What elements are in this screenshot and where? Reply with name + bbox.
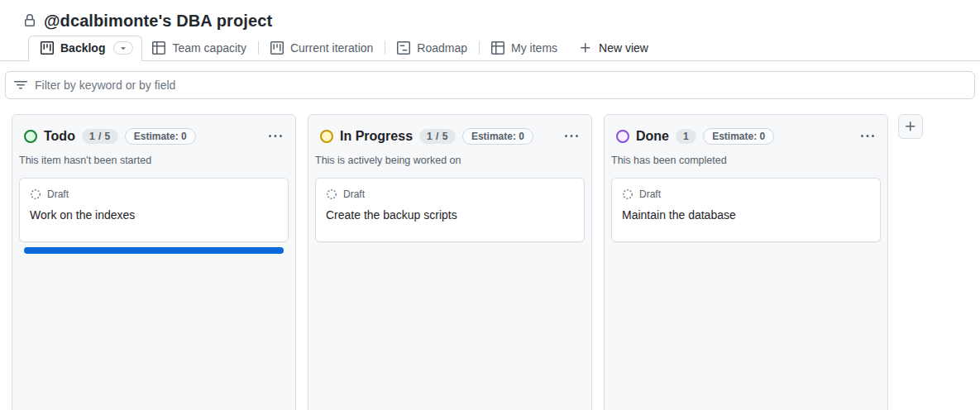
card-type-label: Draft — [343, 188, 365, 200]
column-estimate-badge: Estimate: 0 — [462, 128, 533, 145]
card[interactable]: Draft Maintain the database — [611, 178, 881, 242]
tab-current-iteration[interactable]: Current iteration — [261, 36, 383, 60]
card-type-row: Draft — [622, 188, 870, 200]
roadmap-icon — [397, 41, 410, 55]
project-header: @dcalbimonte's DBA project — [0, 0, 980, 35]
status-in-progress-icon — [320, 130, 333, 143]
view-options-button[interactable] — [113, 41, 133, 55]
column-count-badge: 1 / 5 — [82, 129, 118, 144]
drop-indicator — [24, 247, 284, 254]
column-done: Done 1 Estimate: 0 This has been complet… — [604, 114, 888, 410]
draft-icon — [30, 188, 41, 200]
column-title: Todo — [44, 129, 75, 144]
tab-label: My items — [511, 41, 557, 55]
column-description: This is actively being worked on — [315, 154, 585, 167]
tab-label: Backlog — [60, 41, 105, 55]
filter-input[interactable] — [35, 79, 966, 92]
column-description: This has been completed — [611, 154, 881, 167]
column-menu-button[interactable] — [264, 126, 287, 146]
status-done-icon — [616, 130, 629, 143]
card-type-label: Draft — [639, 188, 661, 200]
tab-label: Roadmap — [417, 41, 467, 55]
card[interactable]: Draft Create the backup scripts — [315, 178, 585, 242]
card-type-row: Draft — [326, 188, 574, 200]
column-estimate-badge: Estimate: 0 — [703, 128, 774, 145]
column-todo: Todo 1 / 5 Estimate: 0 This item hasn't … — [12, 114, 296, 410]
column-menu-button[interactable] — [856, 126, 879, 146]
new-view-label: New view — [599, 41, 648, 55]
tab-label: Current iteration — [290, 41, 373, 55]
column-header: Todo 1 / 5 Estimate: 0 — [19, 122, 289, 146]
filter-bar — [5, 71, 975, 99]
column-header: In Progress 1 / 5 Estimate: 0 — [315, 122, 585, 146]
chevron-down-icon — [118, 43, 128, 53]
tab-divider — [479, 41, 480, 55]
column-description: This item hasn't been started — [19, 154, 289, 167]
kebab-icon — [565, 130, 578, 143]
column-count-badge: 1 — [676, 129, 696, 144]
draft-icon — [326, 188, 337, 200]
status-todo-icon — [24, 130, 37, 143]
kebab-icon — [861, 130, 874, 143]
plus-icon — [579, 41, 592, 55]
column-estimate-badge: Estimate: 0 — [125, 128, 196, 145]
tab-team-capacity[interactable]: Team capacity — [142, 36, 256, 60]
card-title: Work on the indexes — [30, 207, 278, 222]
table-icon — [152, 41, 165, 55]
column-in-progress: In Progress 1 / 5 Estimate: 0 This is ac… — [308, 114, 592, 410]
project-icon — [270, 41, 284, 55]
card-title: Maintain the database — [622, 207, 870, 222]
project-icon — [41, 41, 54, 55]
project-board-app: @dcalbimonte's DBA project Backlog Team … — [0, 0, 980, 410]
add-column-button[interactable] — [898, 114, 923, 139]
tab-my-items[interactable]: My items — [481, 36, 567, 60]
tab-label: Team capacity — [172, 41, 246, 55]
kebab-icon — [269, 130, 282, 143]
plus-icon — [904, 120, 917, 133]
column-title: In Progress — [340, 129, 413, 144]
column-header: Done 1 Estimate: 0 — [611, 122, 881, 146]
draft-icon — [622, 188, 633, 200]
column-menu-button[interactable] — [560, 126, 583, 146]
new-view-button[interactable]: New view — [567, 36, 658, 60]
tab-roadmap[interactable]: Roadmap — [387, 36, 477, 60]
board: Todo 1 / 5 Estimate: 0 This item hasn't … — [0, 114, 980, 404]
table-icon — [491, 41, 504, 55]
card-title: Create the backup scripts — [326, 207, 574, 222]
tab-divider — [385, 41, 385, 55]
card-type-row: Draft — [30, 188, 278, 200]
card[interactable]: Draft Work on the indexes — [19, 178, 289, 242]
tab-divider — [258, 41, 259, 55]
page-title: @dcalbimonte's DBA project — [44, 12, 272, 31]
column-title: Done — [636, 129, 669, 144]
card-type-label: Draft — [47, 188, 69, 200]
view-tab-bar: Backlog Team capacity Current iteration … — [0, 35, 980, 61]
lock-icon — [23, 14, 36, 27]
filter-icon — [14, 79, 27, 92]
tab-backlog[interactable]: Backlog — [28, 36, 142, 61]
column-count-badge: 1 / 5 — [419, 129, 456, 144]
